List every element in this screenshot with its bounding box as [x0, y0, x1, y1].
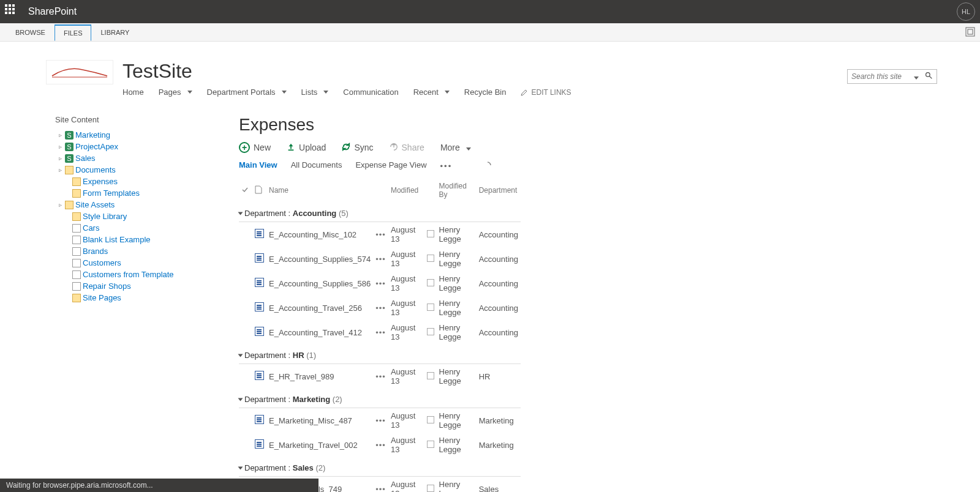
nav-item-documents[interactable]: ▹Documents: [55, 164, 239, 176]
expand-icon[interactable]: ▹: [59, 166, 65, 173]
view-expense-page-view[interactable]: Expense Page View: [355, 160, 426, 172]
nav-item-expenses[interactable]: Expenses: [55, 176, 239, 187]
nav-item-repair-shops[interactable]: Repair Shops: [55, 280, 239, 292]
group-header[interactable]: Department : HR (1): [239, 345, 521, 364]
nav-recent[interactable]: Recent: [413, 88, 450, 97]
ribbon-tab-browse[interactable]: BROWSE: [6, 24, 55, 41]
table-row[interactable]: E_Accounting_Misc_102•••August 13Henry L…: [239, 222, 521, 247]
nav-link[interactable]: Cars: [83, 223, 99, 233]
expand-icon[interactable]: ▹: [59, 155, 65, 162]
file-name-link[interactable]: E_Accounting_Supplies_574: [269, 255, 371, 264]
row-checkbox[interactable]: [427, 279, 434, 286]
row-checkbox[interactable]: [427, 485, 434, 492]
nav-link[interactable]: Documents: [75, 165, 116, 174]
new-button[interactable]: + New: [239, 142, 271, 153]
table-row[interactable]: E_Accounting_Supplies_574•••August 13Hen…: [239, 247, 521, 271]
nav-link[interactable]: Brands: [83, 247, 108, 256]
item-menu-button[interactable]: •••: [375, 279, 386, 288]
search-input[interactable]: [848, 70, 909, 83]
row-checkbox[interactable]: [427, 441, 434, 448]
ribbon-tab-files[interactable]: FILES: [55, 24, 92, 41]
col-department[interactable]: Department: [477, 178, 521, 203]
file-name-link[interactable]: E_Accounting_Travel_256: [269, 304, 362, 313]
site-logo[interactable]: [46, 60, 113, 84]
group-header[interactable]: Department : Accounting (5): [239, 203, 521, 222]
nav-item-blank-list-example[interactable]: Blank List Example: [55, 234, 239, 245]
nav-item-brands[interactable]: Brands: [55, 245, 239, 257]
file-name-link[interactable]: E_Marketing_Travel_002: [269, 441, 358, 450]
search-go-icon[interactable]: [921, 70, 937, 83]
nav-home[interactable]: Home: [123, 88, 144, 97]
item-menu-button[interactable]: •••: [375, 441, 386, 450]
edit-links-button[interactable]: EDIT LINKS: [521, 88, 571, 97]
table-row[interactable]: E_Accounting_Travel_412•••August 13Henry…: [239, 320, 521, 345]
nav-item-sales[interactable]: ▹SSales: [55, 152, 239, 164]
expand-icon[interactable]: ▹: [59, 201, 65, 208]
item-menu-button[interactable]: •••: [375, 416, 386, 425]
view-main-view[interactable]: Main View: [239, 160, 277, 172]
app-launcher-icon[interactable]: [5, 4, 20, 19]
nav-item-marketing[interactable]: ▹SMarketing: [55, 129, 239, 141]
group-header[interactable]: Department : Marketing (2): [239, 389, 521, 408]
nav-recycle-bin[interactable]: Recycle Bin: [464, 88, 507, 97]
group-header[interactable]: Department : Sales (2): [239, 457, 521, 477]
row-checkbox[interactable]: [427, 255, 434, 262]
views-more-button[interactable]: •••: [440, 162, 453, 171]
nav-link[interactable]: Sales: [75, 154, 96, 163]
search-scope-dropdown[interactable]: [909, 70, 921, 83]
file-name-link[interactable]: E_HR_Travel_989: [269, 372, 334, 381]
row-checkbox[interactable]: [427, 328, 434, 335]
col-modified[interactable]: Modified: [388, 178, 424, 203]
nav-link[interactable]: ProjectApex: [75, 142, 118, 151]
row-checkbox[interactable]: [427, 304, 434, 311]
nav-link[interactable]: Style Library: [83, 212, 127, 221]
col-name[interactable]: Name: [266, 178, 373, 203]
nav-link[interactable]: Site Pages: [83, 293, 121, 302]
focus-content-icon[interactable]: [965, 27, 975, 39]
item-menu-button[interactable]: •••: [375, 485, 386, 493]
nav-link[interactable]: Customers from Template: [83, 270, 174, 279]
nav-link[interactable]: Customers: [83, 258, 121, 267]
sync-button[interactable]: Sync: [342, 143, 373, 153]
nav-item-cars[interactable]: Cars: [55, 222, 239, 234]
table-row[interactable]: E_Accounting_Travel_256•••August 13Henry…: [239, 296, 521, 320]
nav-link[interactable]: Site Assets: [75, 200, 115, 209]
table-row[interactable]: E_Marketing_Misc_487•••August 13Henry Le…: [239, 408, 521, 433]
type-header-icon[interactable]: [252, 178, 266, 203]
view-all-documents[interactable]: All Documents: [291, 160, 342, 172]
nav-pages[interactable]: Pages: [159, 88, 192, 97]
file-name-link[interactable]: E_Marketing_Misc_487: [269, 416, 352, 425]
nav-communication[interactable]: Communication: [343, 88, 398, 97]
table-row[interactable]: E_HR_Travel_989•••August 13Henry LeggeHR: [239, 364, 521, 389]
row-checkbox[interactable]: [427, 372, 434, 379]
nav-item-projectapex[interactable]: ▹SProjectApex: [55, 141, 239, 152]
collapse-icon[interactable]: [238, 354, 243, 357]
nav-department-portals[interactable]: Department Portals: [207, 88, 287, 97]
item-menu-button[interactable]: •••: [375, 230, 386, 239]
nav-link[interactable]: Expenses: [83, 177, 118, 186]
nav-link[interactable]: Blank List Example: [83, 235, 151, 244]
select-all-header[interactable]: [239, 178, 252, 203]
table-row[interactable]: E_Marketing_Travel_002•••August 13Henry …: [239, 433, 521, 457]
row-checkbox[interactable]: [427, 416, 434, 423]
share-button[interactable]: Share: [390, 143, 424, 153]
nav-item-site-assets[interactable]: ▹Site Assets: [55, 199, 239, 211]
col-modifiedby[interactable]: Modified By: [437, 178, 477, 203]
item-menu-button[interactable]: •••: [375, 372, 386, 381]
nav-item-style-library[interactable]: Style Library: [55, 211, 239, 222]
nav-item-site-pages[interactable]: Site Pages: [55, 292, 239, 304]
collapse-icon[interactable]: [238, 398, 243, 401]
table-row[interactable]: E_Accounting_Supplies_586•••August 13Hen…: [239, 271, 521, 296]
item-menu-button[interactable]: •••: [375, 255, 386, 264]
more-button[interactable]: More: [440, 143, 471, 152]
expand-icon[interactable]: ▹: [59, 132, 65, 138]
nav-link[interactable]: Repair Shops: [83, 281, 131, 291]
collapse-icon[interactable]: [238, 467, 243, 470]
nav-item-customers-from-template[interactable]: Customers from Template: [55, 269, 239, 280]
file-name-link[interactable]: E_Accounting_Travel_412: [269, 328, 362, 337]
ribbon-tab-library[interactable]: LIBRARY: [91, 24, 138, 41]
file-name-link[interactable]: E_Accounting_Misc_102: [269, 230, 356, 239]
upload-button[interactable]: Upload: [287, 143, 326, 153]
item-menu-button[interactable]: •••: [375, 304, 386, 313]
nav-link[interactable]: Form Templates: [83, 188, 140, 198]
